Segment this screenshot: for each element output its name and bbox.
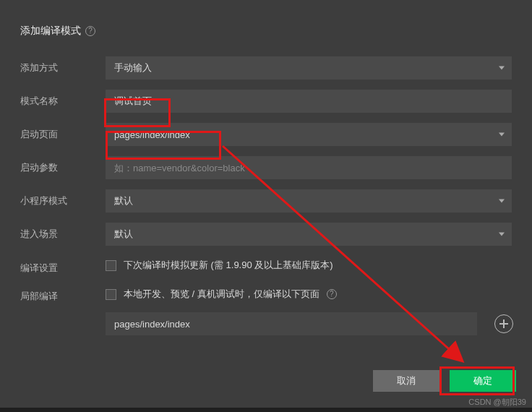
checkbox-simulate-update[interactable]: 下次编译时模拟更新 (需 1.9.90 及以上基础库版本) — [106, 256, 333, 275]
help-icon[interactable]: ? — [85, 26, 95, 36]
row-start-params: 启动参数 — [20, 156, 512, 179]
label-mode-name: 模式名称 — [20, 95, 106, 108]
label-start-page: 启动页面 — [20, 128, 106, 141]
dialog-title-row: 添加编译模式 ? — [20, 25, 512, 38]
dialog-footer: 取消 确定 — [373, 370, 516, 392]
row-mini-program-mode: 小程序模式 — [20, 189, 512, 213]
select-enter-scene[interactable] — [106, 223, 512, 246]
label-compile-settings: 编译设置 — [20, 257, 106, 275]
checkbox-partial-compile[interactable]: 本地开发、预览 / 真机调试时，仅编译以下页面 ? — [106, 285, 513, 304]
checkbox-label-simulate: 下次编译时模拟更新 (需 1.9.90 及以上基础库版本) — [124, 259, 333, 272]
cancel-button[interactable]: 取消 — [373, 370, 439, 392]
select-add-method[interactable] — [106, 56, 512, 80]
partial-page-row — [106, 312, 513, 335]
checkbox-label-partial: 本地开发、预览 / 真机调试时，仅编译以下页面 — [124, 288, 319, 301]
compile-mode-dialog: 添加编译模式 ? 添加方式 模式名称 启动页面 启动参数 — [0, 0, 532, 335]
label-partial-compile: 局部编译 — [20, 285, 106, 303]
label-add-method: 添加方式 — [20, 61, 106, 74]
row-start-page: 启动页面 — [20, 123, 512, 146]
enter-scene-value[interactable] — [106, 223, 512, 246]
label-enter-scene: 进入场景 — [20, 228, 106, 241]
label-mini-program-mode: 小程序模式 — [20, 194, 106, 207]
row-compile-settings: 编译设置 下次编译时模拟更新 (需 1.9.90 及以上基础库版本) — [20, 256, 512, 275]
select-mini-program-mode[interactable] — [106, 189, 512, 213]
add-page-button[interactable] — [494, 314, 513, 333]
row-mode-name: 模式名称 — [20, 90, 512, 113]
label-start-params: 启动参数 — [20, 161, 106, 174]
row-add-method: 添加方式 — [20, 56, 512, 80]
row-partial-compile: 局部编译 本地开发、预览 / 真机调试时，仅编译以下页面 ? — [20, 285, 512, 335]
select-start-page[interactable] — [106, 123, 512, 146]
mini-program-mode-value[interactable] — [106, 189, 512, 213]
watermark: CSDN @朝阳39 — [468, 397, 526, 408]
ok-button[interactable]: 确定 — [450, 370, 516, 392]
partial-page-input[interactable] — [106, 312, 477, 335]
start-page-value[interactable] — [106, 123, 512, 146]
start-params-input[interactable] — [106, 156, 512, 179]
dialog-title: 添加编译模式 — [20, 25, 81, 38]
bottom-strip — [0, 408, 532, 412]
help-icon[interactable]: ? — [327, 289, 337, 299]
checkbox-icon — [106, 260, 116, 271]
checkbox-icon — [106, 289, 116, 300]
mode-name-input[interactable] — [106, 90, 512, 113]
row-enter-scene: 进入场景 — [20, 223, 512, 246]
add-method-value[interactable] — [106, 56, 512, 80]
